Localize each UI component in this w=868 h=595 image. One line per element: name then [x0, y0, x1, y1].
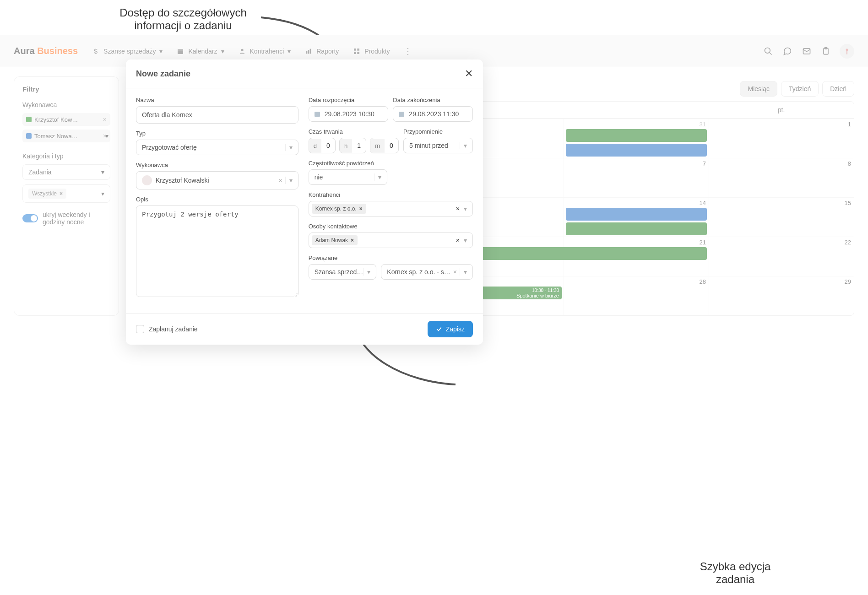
desc-textarea[interactable] [136, 206, 298, 297]
name-input[interactable] [136, 106, 298, 124]
duration-days[interactable]: d0 [309, 138, 336, 153]
clear-icon[interactable]: × [456, 205, 460, 212]
contacts-label: Osoby kontaktowe [309, 223, 473, 230]
clear-icon[interactable]: × [450, 268, 460, 276]
related-value-select[interactable]: Kornex sp. z o.o. - s… ×▾ [381, 264, 473, 280]
close-icon[interactable]: ✕ [465, 68, 473, 80]
end-label: Data zakończenia [393, 97, 473, 103]
type-label: Typ [136, 130, 298, 137]
repeat-label: Częstotliwość powtórzeń [309, 160, 387, 167]
chevron-down-icon: ▾ [460, 237, 471, 244]
new-task-modal: Nowe zadanie ✕ Nazwa Typ Przygotować ofe… [126, 60, 483, 325]
chevron-down-icon: ▾ [460, 142, 471, 149]
desc-label: Opis [136, 196, 298, 203]
remove-icon[interactable]: × [359, 206, 363, 212]
duration-mins[interactable]: m0 [370, 138, 399, 153]
clear-icon[interactable]: × [456, 237, 460, 244]
chevron-down-icon: ▾ [363, 268, 374, 276]
contractors-select[interactable]: Kornex sp. z o.o.× ×▾ [309, 201, 473, 216]
calendar-icon [398, 110, 405, 118]
reminder-label: Przypomnienie [403, 128, 473, 135]
assignee-label: Wykonawca [136, 162, 298, 168]
duration-hours[interactable]: h1 [339, 138, 366, 153]
end-date-input[interactable]: 29.08.2023 11:30 [393, 106, 473, 122]
duration-label: Czas trwania [309, 128, 399, 135]
contractors-label: Kontrahenci [309, 191, 473, 198]
annotation-top: Dostęp do szczegółowych informacji o zad… [110, 6, 256, 32]
modal-title: Nowe zadanie [136, 69, 190, 79]
contacts-select[interactable]: Adam Nowak× ×▾ [309, 233, 473, 248]
calendar-icon [314, 110, 321, 118]
svg-rect-18 [399, 112, 404, 117]
repeat-select[interactable]: nie ▾ [309, 169, 387, 185]
type-select[interactable]: Przygotować ofertę ▾ [136, 140, 298, 155]
related-type-select[interactable]: Szansa sprzed… ▾ [309, 264, 377, 280]
reminder-select[interactable]: 5 minut przed ▾ [403, 138, 473, 153]
name-label: Nazwa [136, 97, 298, 103]
chevron-down-icon: ▾ [285, 177, 296, 184]
start-label: Data rozpoczęcia [309, 97, 389, 103]
avatar-icon [142, 175, 152, 185]
chevron-down-icon: ▾ [374, 173, 385, 181]
save-button[interactable]: Zapisz [428, 321, 473, 325]
clear-icon[interactable]: × [276, 177, 285, 184]
remove-icon[interactable]: × [351, 237, 354, 243]
svg-rect-17 [315, 112, 320, 117]
related-label: Powiązane [309, 254, 473, 261]
assignee-select[interactable]: Krzysztof Kowalski × ▾ [136, 171, 298, 189]
start-date-input[interactable]: 29.08.2023 10:30 [309, 106, 389, 122]
chevron-down-icon: ▾ [460, 268, 471, 276]
chevron-down-icon: ▾ [285, 144, 296, 151]
chevron-down-icon: ▾ [460, 205, 471, 212]
